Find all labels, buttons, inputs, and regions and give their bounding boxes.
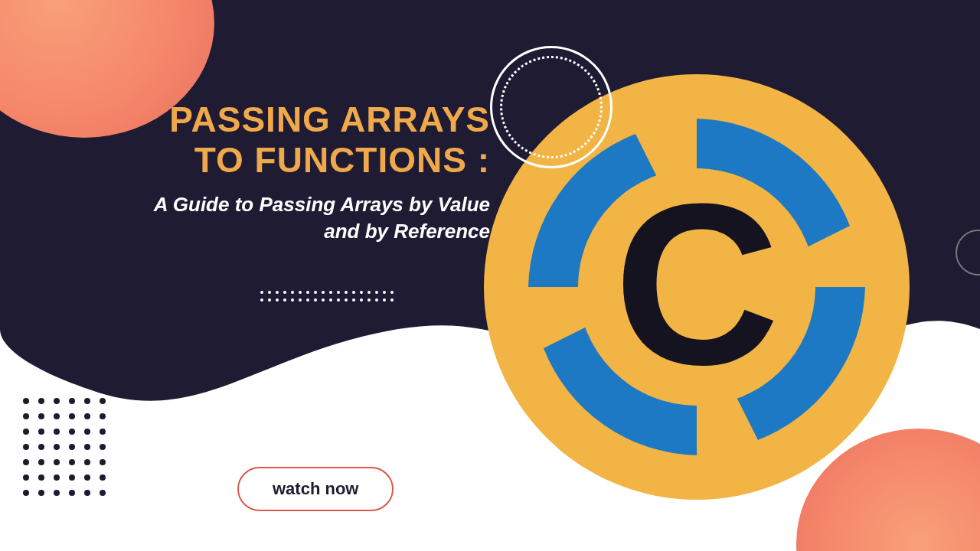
subtitle: A Guide to Passing Arrays by Value and b…	[122, 191, 490, 245]
watch-now-button[interactable]: watch now	[237, 467, 394, 511]
dotted-divider	[260, 291, 394, 302]
thumbnail-canvas: PASSING ARRAYS TO FUNCTIONS : A Guide to…	[0, 0, 980, 551]
title: PASSING ARRAYS TO FUNCTIONS :	[122, 99, 490, 181]
headline-block: PASSING ARRAYS TO FUNCTIONS : A Guide to…	[122, 99, 490, 245]
title-line-1: PASSING ARRAYS	[169, 99, 490, 139]
logo-letter: C	[614, 155, 780, 412]
title-line-2: TO FUNCTIONS :	[194, 140, 490, 180]
decorative-dotted-circle-icon	[490, 46, 612, 168]
dot-grid-decoration	[23, 398, 106, 496]
